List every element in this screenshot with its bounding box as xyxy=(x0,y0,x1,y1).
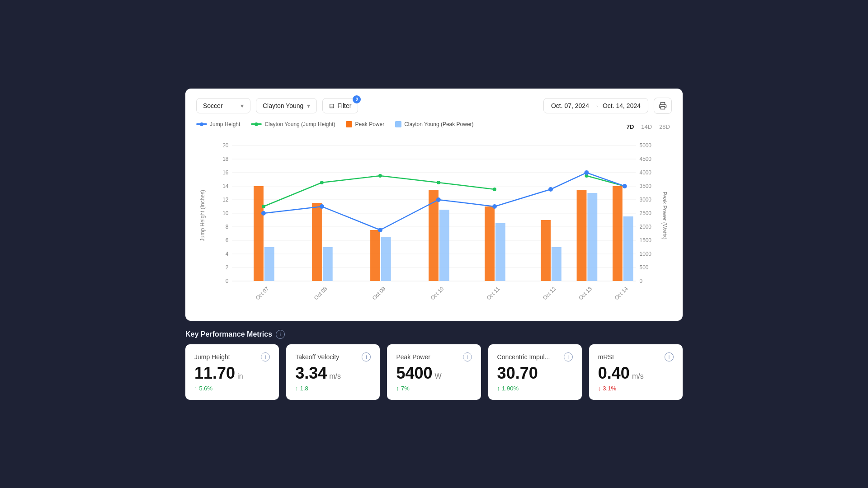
metric-info-icon[interactable]: i xyxy=(564,352,573,361)
svg-point-67 xyxy=(378,228,382,232)
svg-text:3500: 3500 xyxy=(640,183,652,189)
legend-item-peak-power: Peak Power xyxy=(346,121,384,127)
chart-card: Soccer ▾ Clayton Young ▾ ⊟ Filter 2 Oct.… xyxy=(185,89,683,321)
metric-value: 0.40 xyxy=(598,365,630,381)
date-range: Oct. 07, 2024 → Oct. 14, 2024 xyxy=(543,98,648,113)
metric-change: 1.90% xyxy=(497,385,573,392)
filter-icon: ⊟ xyxy=(329,102,335,109)
svg-point-58 xyxy=(262,205,265,208)
metric-card-2: Peak Poweri5400W7% xyxy=(387,344,481,400)
metric-info-icon[interactable]: i xyxy=(665,352,674,361)
metric-label: Takeoff Velocity xyxy=(295,353,339,361)
print-button[interactable] xyxy=(654,98,672,114)
svg-point-68 xyxy=(436,197,441,202)
svg-text:500: 500 xyxy=(640,264,649,270)
svg-point-61 xyxy=(437,181,440,184)
sport-label: Soccer xyxy=(203,102,223,109)
x-axis-labels: Oct 07 Oct 08 Oct 09 Oct 10 Oct 11 Oct 1… xyxy=(255,285,629,301)
metric-change: 1.8 xyxy=(295,385,371,392)
chart-legend: Jump Height Clayton Young (Jump Height) … xyxy=(196,121,474,127)
legend-label: Peak Power xyxy=(355,121,384,127)
metric-change: 3.1% xyxy=(598,385,674,392)
metric-label-row: Peak Poweri xyxy=(396,352,472,361)
svg-rect-49 xyxy=(613,186,623,281)
metric-info-icon[interactable]: i xyxy=(362,352,371,361)
svg-rect-43 xyxy=(312,203,322,281)
arrow-up-icon xyxy=(497,385,500,392)
svg-text:0: 0 xyxy=(640,277,643,284)
metric-value-row: 11.70in xyxy=(194,365,270,381)
legend-line-blue-icon xyxy=(196,123,207,125)
svg-text:Oct 09: Oct 09 xyxy=(371,285,387,301)
athlete-dropdown[interactable]: Clayton Young ▾ xyxy=(256,98,317,113)
svg-rect-54 xyxy=(495,223,505,281)
legend-rect-blue-icon xyxy=(395,121,401,127)
svg-point-60 xyxy=(378,174,382,178)
arrow-up-icon xyxy=(194,385,198,392)
metric-card-0: Jump Heighti11.70in5.6% xyxy=(185,344,279,400)
metric-info-icon[interactable]: i xyxy=(261,352,270,361)
left-y-axis: 0 2 4 6 8 10 12 14 16 18 20 xyxy=(222,142,229,284)
svg-text:1000: 1000 xyxy=(640,250,652,257)
metric-value-row: 5400W xyxy=(396,365,472,381)
svg-point-69 xyxy=(492,204,497,209)
svg-point-59 xyxy=(320,181,324,184)
left-axis-title: Jump Height (Inches) xyxy=(199,190,206,241)
arrow-up-icon xyxy=(295,385,298,392)
svg-text:8: 8 xyxy=(226,223,229,230)
legend-item-clayton-jump: Clayton Young (Jump Height) xyxy=(251,121,335,127)
time-btn-28d[interactable]: 28D xyxy=(657,122,672,131)
metric-change-text: 7% xyxy=(401,385,410,392)
svg-point-65 xyxy=(261,211,266,216)
metric-value-row: 0.40m/s xyxy=(598,365,674,381)
legend-label: Clayton Young (Peak Power) xyxy=(404,121,473,127)
svg-rect-42 xyxy=(254,186,264,281)
sport-dropdown[interactable]: Soccer ▾ xyxy=(196,98,250,113)
metric-value: 30.70 xyxy=(497,365,538,381)
svg-text:2000: 2000 xyxy=(640,223,652,230)
svg-rect-50 xyxy=(264,247,274,281)
metric-value: 5400 xyxy=(396,365,432,381)
time-btn-14d[interactable]: 14D xyxy=(639,122,654,131)
athlete-label: Clayton Young xyxy=(263,102,303,109)
svg-text:Oct 11: Oct 11 xyxy=(486,285,501,301)
svg-text:20: 20 xyxy=(222,142,229,148)
chevron-down-icon: ▾ xyxy=(241,102,244,109)
chart-svg: 0 2 4 6 8 10 12 14 16 18 20 0 500 1000 xyxy=(196,136,672,308)
time-buttons: 7D 14D 28D xyxy=(625,122,672,131)
metrics-info-icon[interactable]: i xyxy=(276,330,285,339)
svg-rect-55 xyxy=(552,247,561,281)
right-axis-title: Peak Power (Watts) xyxy=(661,191,668,239)
svg-text:0: 0 xyxy=(226,277,229,284)
metric-label-row: Takeoff Velocityi xyxy=(295,352,371,361)
svg-text:Oct 14: Oct 14 xyxy=(613,285,629,301)
metric-unit: W xyxy=(435,372,442,380)
arrow-up-icon xyxy=(396,385,399,392)
filter-button[interactable]: ⊟ Filter 2 xyxy=(322,98,358,113)
svg-text:14: 14 xyxy=(222,183,229,189)
metric-label-row: Jump Heighti xyxy=(194,352,270,361)
metric-value-row: 30.70 xyxy=(497,365,573,381)
svg-text:5000: 5000 xyxy=(640,142,652,148)
time-btn-7d[interactable]: 7D xyxy=(625,122,636,131)
metric-unit: in xyxy=(237,372,243,380)
metric-card-1: Takeoff Velocityi3.34m/s1.8 xyxy=(286,344,380,400)
metrics-title-row: Key Performance Metrics i xyxy=(185,330,683,339)
chevron-down-icon: ▾ xyxy=(307,102,310,109)
metric-label: Jump Height xyxy=(194,353,230,361)
svg-text:16: 16 xyxy=(222,169,229,175)
date-arrow: → xyxy=(593,102,599,109)
filter-badge: 2 xyxy=(353,95,361,103)
svg-text:4000: 4000 xyxy=(640,169,652,175)
right-y-axis: 0 500 1000 1500 2000 2500 3000 3500 4000… xyxy=(640,142,652,284)
metric-value-row: 3.34m/s xyxy=(295,365,371,381)
metric-info-icon[interactable]: i xyxy=(463,352,472,361)
svg-text:18: 18 xyxy=(222,155,229,162)
metric-unit: m/s xyxy=(329,372,341,380)
svg-rect-57 xyxy=(623,216,633,281)
metric-card-4: mRSIi0.40m/s3.1% xyxy=(589,344,683,400)
svg-text:Oct 13: Oct 13 xyxy=(577,285,593,301)
svg-rect-0 xyxy=(661,106,665,109)
chart-controls-right: Oct. 07, 2024 → Oct. 14, 2024 xyxy=(543,98,672,114)
svg-text:Oct 07: Oct 07 xyxy=(255,285,270,301)
